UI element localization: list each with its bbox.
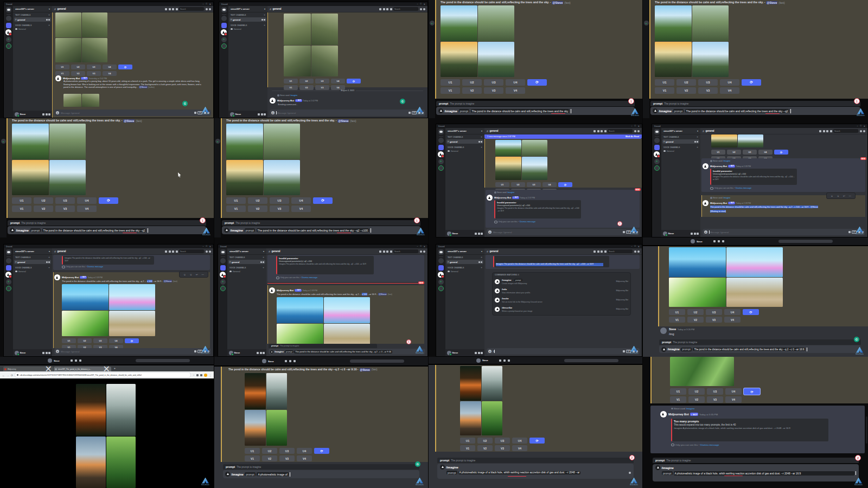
discord-home-button[interactable] xyxy=(654,129,660,134)
settings-icon[interactable] xyxy=(697,233,699,235)
mic-icon[interactable] xyxy=(691,233,693,235)
u2-button[interactable]: U2 xyxy=(78,338,92,343)
create-voice-channel-button[interactable]: + xyxy=(481,146,482,149)
midjourney-server-icon[interactable] xyxy=(5,29,11,35)
add-server-button[interactable]: + xyxy=(6,37,11,42)
dismiss-message-link[interactable]: Dismiss message xyxy=(87,266,103,268)
u1-button[interactable]: U1 xyxy=(55,65,69,69)
attach-button[interactable]: + xyxy=(488,230,492,234)
used-command-link[interactable]: /imagine xyxy=(686,407,694,410)
react-icon[interactable]: ☺ xyxy=(189,273,192,276)
generated-image-grid[interactable] xyxy=(62,284,155,336)
add-server-button[interactable]: + xyxy=(1,139,6,144)
midjourney-server-icon[interactable] xyxy=(654,151,660,157)
close-button[interactable]: ✕ xyxy=(638,245,640,248)
v1-button[interactable]: V1 xyxy=(245,455,260,461)
u1-button[interactable]: U1 xyxy=(62,338,76,343)
server-icon-active[interactable] xyxy=(654,145,660,150)
headphones-icon[interactable] xyxy=(46,352,48,354)
close-button[interactable]: ✕ xyxy=(864,125,865,127)
u3-button[interactable]: U3 xyxy=(93,338,107,343)
u2-button[interactable]: U2 xyxy=(262,448,277,454)
more-icon[interactable]: ⋯ xyxy=(202,273,205,276)
dismiss-message-link[interactable]: Dismiss message xyxy=(520,221,535,223)
settings-icon[interactable] xyxy=(481,352,483,354)
pinned-messages-icon[interactable] xyxy=(172,251,174,253)
u1-button[interactable]: U1 xyxy=(655,79,674,86)
u4-button[interactable]: U4 xyxy=(77,197,97,204)
imagine-composer[interactable]: /imaginepromptThe pond in the distance s… xyxy=(659,345,861,353)
rerun-button[interactable]: ⟳ xyxy=(743,309,759,315)
u4-button[interactable]: U4 xyxy=(542,182,557,187)
v4-button[interactable]: V4 xyxy=(725,396,742,403)
u4-button[interactable]: U4 xyxy=(109,338,123,343)
message-composer[interactable]: +Message #generalGIF xyxy=(703,229,865,235)
extensions-icon[interactable] xyxy=(200,374,202,376)
used-command-link[interactable]: /imagine xyxy=(507,191,514,194)
v1-button[interactable]: V1 xyxy=(460,445,475,451)
generated-image-grid[interactable] xyxy=(441,5,514,77)
add-server-button[interactable]: + xyxy=(654,159,660,164)
add-reaction-icon[interactable]: ☺ xyxy=(183,273,186,276)
voice-channel-general[interactable]: General xyxy=(15,28,26,30)
u1-button[interactable]: U1 xyxy=(284,79,298,84)
discord-home-button[interactable] xyxy=(221,7,227,12)
server-icon[interactable] xyxy=(6,258,11,264)
u1-button[interactable]: U1 xyxy=(670,388,686,395)
bookmark-star-icon[interactable]: ☆ xyxy=(193,374,195,376)
inbox-icon[interactable] xyxy=(634,251,636,253)
used-command-link[interactable]: /imagine xyxy=(723,197,730,199)
imagine-composer[interactable]: /imaginepromptA photorealistic image of xyxy=(223,470,419,478)
server-icon-active[interactable] xyxy=(6,23,11,28)
user-mention[interactable]: @Steve xyxy=(163,280,172,282)
v4-button[interactable]: V4 xyxy=(77,206,97,212)
add-server-button[interactable]: + xyxy=(215,139,220,144)
maximize-button[interactable]: □ xyxy=(206,245,207,248)
rerun-button[interactable]: ⟳ xyxy=(558,182,572,187)
gift-icon[interactable] xyxy=(623,350,625,352)
v4-button[interactable]: V4 xyxy=(291,206,311,212)
help-icon[interactable] xyxy=(209,8,211,10)
dismiss-message-link[interactable]: Dismiss message xyxy=(736,187,751,189)
headphones-icon[interactable] xyxy=(478,233,480,235)
rerun-button[interactable]: ⟳ xyxy=(744,388,760,395)
imagine-composer[interactable]: /imaginepromptA photorealistic image of … xyxy=(437,464,634,479)
help-icon[interactable] xyxy=(423,8,425,10)
u1-button[interactable]: U1 xyxy=(12,197,31,204)
image-bottom-strip[interactable] xyxy=(711,134,763,147)
v3-button[interactable]: V3 xyxy=(495,445,510,451)
rerun-button[interactable]: ⟳ xyxy=(529,438,545,444)
attach-button[interactable]: + xyxy=(56,350,59,353)
notifications-icon[interactable] xyxy=(169,8,171,10)
close-button[interactable]: ✕ xyxy=(424,245,425,248)
edit-channel-icon[interactable] xyxy=(264,19,265,21)
u4-button[interactable]: U4 xyxy=(297,448,312,454)
pinned-messages-icon[interactable] xyxy=(826,130,828,132)
generated-image-grid[interactable] xyxy=(669,247,783,307)
voice-channel-general[interactable]: General xyxy=(231,28,241,30)
u2-button[interactable]: U2 xyxy=(248,197,267,204)
v4-button[interactable]: V4 xyxy=(506,87,525,94)
threads-icon[interactable] xyxy=(165,251,167,253)
voice-channel-general[interactable]: General xyxy=(448,150,458,152)
server-icon[interactable] xyxy=(220,258,226,264)
inbox-icon[interactable] xyxy=(420,251,422,253)
emoji-icon[interactable] xyxy=(629,472,631,474)
edit-channel-icon[interactable] xyxy=(697,141,698,143)
message-actions-toolbar[interactable]: ☺☺↩⋯ xyxy=(826,192,856,199)
message-composer[interactable]: +Message #generalGIF xyxy=(54,348,211,355)
create-channel-button[interactable]: + xyxy=(697,136,698,138)
v4-button[interactable]: V4 xyxy=(720,87,739,94)
edit-channel-icon[interactable] xyxy=(48,261,50,263)
notifications-icon[interactable] xyxy=(383,8,385,10)
mic-icon[interactable] xyxy=(257,352,259,354)
maximize-button[interactable]: □ xyxy=(635,125,636,127)
v1-button[interactable]: V1 xyxy=(669,317,685,323)
gift-icon[interactable] xyxy=(409,112,411,114)
search-input[interactable]: Search xyxy=(608,129,633,133)
mic-icon[interactable] xyxy=(475,352,477,354)
notification-settings-icon[interactable] xyxy=(260,261,262,263)
create-channel-button[interactable]: + xyxy=(48,256,50,259)
dismiss-message-link[interactable]: Dismiss message xyxy=(700,444,719,446)
react-icon[interactable]: ☺ xyxy=(837,195,839,197)
